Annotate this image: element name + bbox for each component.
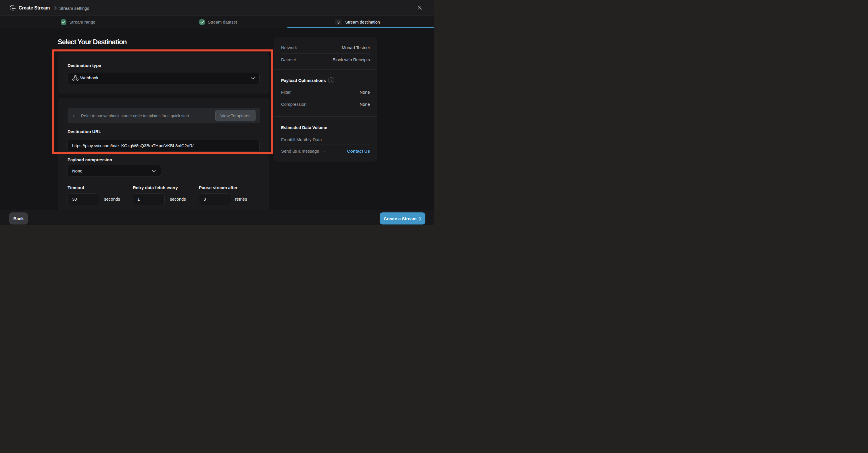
- svg-text:i: i: [331, 79, 332, 83]
